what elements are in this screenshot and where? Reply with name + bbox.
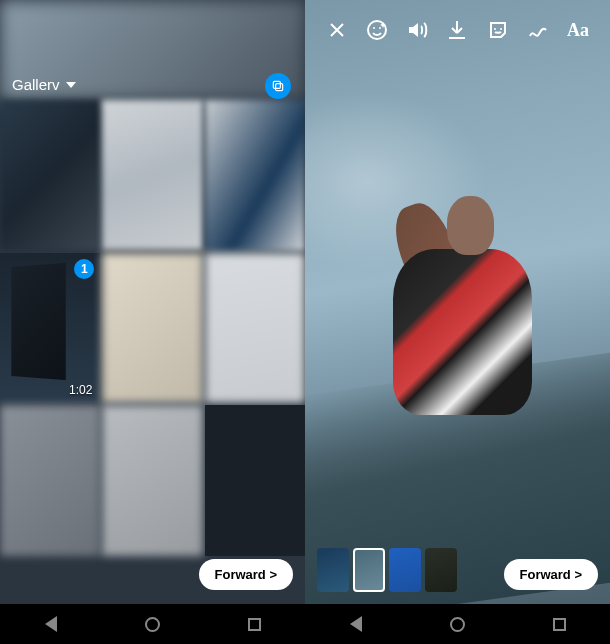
grid-item[interactable] <box>0 405 100 555</box>
gallery-picker-panel: Gallerv 1 1:02 Forward > <box>0 0 305 604</box>
multi-select-button[interactable] <box>265 73 291 99</box>
nav-back-icon[interactable] <box>42 615 60 633</box>
svg-point-6 <box>500 28 502 30</box>
grid-item[interactable] <box>205 405 305 556</box>
media-grid: 1 1:02 <box>0 100 305 556</box>
svg-point-4 <box>379 27 381 29</box>
selection-badge: 1 <box>74 259 94 279</box>
nav-home-icon[interactable] <box>143 615 161 633</box>
forward-button-label: Forward > <box>520 567 583 582</box>
story-editor-panel: Aa Forward > <box>305 0 610 604</box>
forward-button[interactable]: Forward > <box>199 559 294 590</box>
gallery-dropdown[interactable]: Gallerv <box>12 76 76 93</box>
multi-select-icon <box>271 79 285 93</box>
download-icon[interactable] <box>445 18 469 42</box>
thumbnail-content <box>11 262 66 379</box>
sound-icon[interactable] <box>405 18 429 42</box>
grid-item[interactable] <box>205 253 305 404</box>
nav-back-icon[interactable] <box>347 615 365 633</box>
nav-recents-icon[interactable] <box>245 615 263 633</box>
chevron-down-icon <box>66 82 76 88</box>
editor-toolbar: Aa <box>305 18 610 42</box>
svg-rect-0 <box>273 81 280 88</box>
video-duration-label: 1:02 <box>69 383 92 397</box>
grid-item[interactable] <box>0 100 100 250</box>
svg-point-3 <box>373 27 375 29</box>
draw-icon[interactable] <box>526 18 550 42</box>
clip-thumb[interactable] <box>317 548 349 592</box>
gallery-dropdown-label: Gallerv <box>12 76 60 93</box>
grid-item[interactable] <box>102 100 202 250</box>
android-nav-bar <box>0 604 610 644</box>
clip-thumb[interactable] <box>425 548 457 592</box>
text-icon[interactable]: Aa <box>566 18 590 42</box>
sticker-icon[interactable] <box>486 18 510 42</box>
nav-home-icon[interactable] <box>448 615 466 633</box>
grid-item[interactable] <box>205 100 305 251</box>
close-icon[interactable] <box>325 18 349 42</box>
svg-point-5 <box>494 28 496 30</box>
effects-icon[interactable] <box>365 18 389 42</box>
clip-thumb[interactable] <box>389 548 421 592</box>
grid-item[interactable] <box>102 405 202 555</box>
clip-thumb-selected[interactable] <box>353 548 385 592</box>
forward-button[interactable]: Forward > <box>504 559 599 590</box>
grid-item-selected[interactable]: 1 1:02 <box>0 253 100 403</box>
clip-thumbnails <box>317 548 457 592</box>
forward-button-label: Forward > <box>215 567 278 582</box>
svg-rect-1 <box>276 84 283 91</box>
editor-preview-image[interactable] <box>305 0 610 604</box>
grid-item[interactable] <box>102 253 202 403</box>
nav-recents-icon[interactable] <box>550 615 568 633</box>
